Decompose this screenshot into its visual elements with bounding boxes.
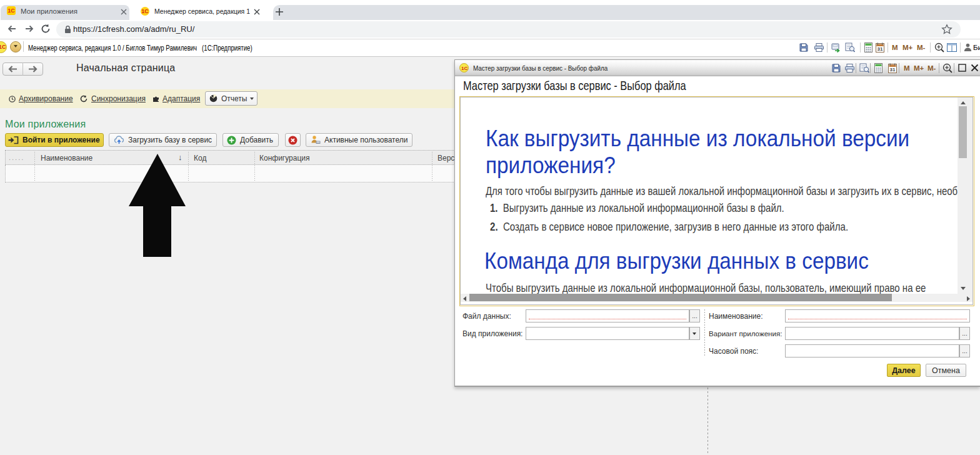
svg-text:31: 31 xyxy=(878,46,883,52)
svg-text:31: 31 xyxy=(890,67,896,72)
